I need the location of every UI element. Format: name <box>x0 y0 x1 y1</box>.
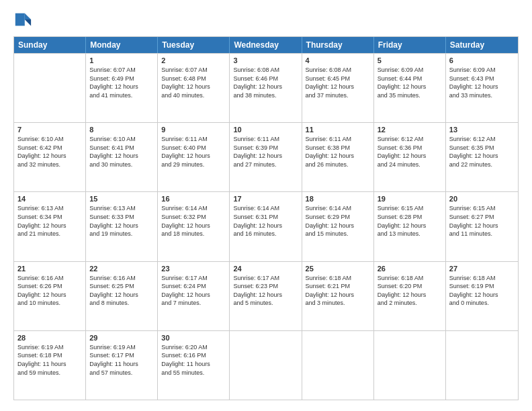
day-number: 21 <box>17 265 82 273</box>
header-day: Wednesday <box>230 37 302 53</box>
logo-icon <box>13 11 32 30</box>
day-number: 6 <box>449 56 515 64</box>
day-number: 26 <box>378 265 442 273</box>
day-number: 12 <box>378 126 442 134</box>
day-info: Sunrise: 6:09 AMSunset: 6:43 PMDaylight:… <box>449 66 515 99</box>
calendar-cell <box>14 54 86 122</box>
day-number: 5 <box>378 56 442 64</box>
day-number: 18 <box>306 195 370 203</box>
day-info: Sunrise: 6:14 AMSunset: 6:32 PMDaylight:… <box>161 204 226 238</box>
calendar-body: 1Sunrise: 6:07 AMSunset: 6:49 PMDaylight… <box>14 53 518 400</box>
day-info: Sunrise: 6:12 AMSunset: 6:36 PMDaylight:… <box>378 135 442 169</box>
day-number: 8 <box>89 126 154 134</box>
day-info: Sunrise: 6:08 AMSunset: 6:46 PMDaylight:… <box>233 66 298 99</box>
header-day: Monday <box>86 37 158 53</box>
day-info: Sunrise: 6:10 AMSunset: 6:42 PMDaylight:… <box>17 135 82 169</box>
day-info: Sunrise: 6:15 AMSunset: 6:27 PMDaylight:… <box>449 204 515 238</box>
day-info: Sunrise: 6:07 AMSunset: 6:49 PMDaylight:… <box>89 66 154 99</box>
calendar-cell: 6Sunrise: 6:09 AMSunset: 6:43 PMDaylight… <box>446 54 518 122</box>
day-info: Sunrise: 6:13 AMSunset: 6:33 PMDaylight:… <box>89 204 154 238</box>
calendar-cell: 16Sunrise: 6:14 AMSunset: 6:32 PMDayligh… <box>158 192 230 261</box>
day-number: 22 <box>89 265 154 273</box>
calendar-cell: 24Sunrise: 6:17 AMSunset: 6:23 PMDayligh… <box>230 262 302 330</box>
logo <box>13 11 35 30</box>
day-info: Sunrise: 6:16 AMSunset: 6:25 PMDaylight:… <box>89 274 154 308</box>
day-number: 9 <box>161 126 226 134</box>
week-row-4: 21Sunrise: 6:16 AMSunset: 6:26 PMDayligh… <box>14 261 518 330</box>
week-row-3: 14Sunrise: 6:13 AMSunset: 6:34 PMDayligh… <box>14 191 518 261</box>
week-row-2: 7Sunrise: 6:10 AMSunset: 6:42 PMDaylight… <box>14 122 518 191</box>
calendar: SundayMondayTuesdayWednesdayThursdayFrid… <box>13 36 519 400</box>
header-day: Saturday <box>446 37 518 53</box>
calendar-cell: 4Sunrise: 6:08 AMSunset: 6:45 PMDaylight… <box>302 54 374 122</box>
header-day: Tuesday <box>158 37 230 53</box>
calendar-cell <box>446 331 518 400</box>
day-info: Sunrise: 6:16 AMSunset: 6:26 PMDaylight:… <box>17 274 82 308</box>
day-number: 30 <box>161 334 226 342</box>
calendar-cell: 20Sunrise: 6:15 AMSunset: 6:27 PMDayligh… <box>446 192 518 261</box>
calendar-cell: 9Sunrise: 6:11 AMSunset: 6:40 PMDaylight… <box>158 123 230 191</box>
day-number: 27 <box>449 265 515 273</box>
day-info: Sunrise: 6:11 AMSunset: 6:38 PMDaylight:… <box>306 135 370 169</box>
day-number: 2 <box>161 56 226 64</box>
day-info: Sunrise: 6:10 AMSunset: 6:41 PMDaylight:… <box>89 135 154 169</box>
day-number: 11 <box>306 126 370 134</box>
day-number: 25 <box>306 265 370 273</box>
day-info: Sunrise: 6:11 AMSunset: 6:39 PMDaylight:… <box>233 135 298 169</box>
day-number: 29 <box>89 334 154 342</box>
calendar-cell: 21Sunrise: 6:16 AMSunset: 6:26 PMDayligh… <box>14 262 86 330</box>
calendar-cell: 26Sunrise: 6:18 AMSunset: 6:20 PMDayligh… <box>374 262 446 330</box>
calendar-cell: 1Sunrise: 6:07 AMSunset: 6:49 PMDaylight… <box>86 54 158 122</box>
day-number: 13 <box>449 126 515 134</box>
calendar-cell: 12Sunrise: 6:12 AMSunset: 6:36 PMDayligh… <box>374 123 446 191</box>
day-number: 20 <box>449 195 515 203</box>
calendar-cell: 14Sunrise: 6:13 AMSunset: 6:34 PMDayligh… <box>14 192 86 261</box>
day-info: Sunrise: 6:14 AMSunset: 6:31 PMDaylight:… <box>233 204 298 238</box>
svg-marker-0 <box>25 13 31 19</box>
calendar-cell: 27Sunrise: 6:18 AMSunset: 6:19 PMDayligh… <box>446 262 518 330</box>
header-day: Friday <box>374 37 446 53</box>
calendar-cell: 19Sunrise: 6:15 AMSunset: 6:28 PMDayligh… <box>374 192 446 261</box>
day-info: Sunrise: 6:18 AMSunset: 6:21 PMDaylight:… <box>306 274 370 308</box>
day-number: 4 <box>306 56 370 64</box>
day-number: 23 <box>161 265 226 273</box>
day-number: 15 <box>89 195 154 203</box>
day-info: Sunrise: 6:13 AMSunset: 6:34 PMDaylight:… <box>17 204 82 238</box>
calendar-cell: 17Sunrise: 6:14 AMSunset: 6:31 PMDayligh… <box>230 192 302 261</box>
day-info: Sunrise: 6:09 AMSunset: 6:44 PMDaylight:… <box>378 66 442 99</box>
day-number: 24 <box>233 265 298 273</box>
calendar-cell: 28Sunrise: 6:19 AMSunset: 6:18 PMDayligh… <box>14 331 86 400</box>
day-number: 17 <box>233 195 298 203</box>
calendar-cell: 7Sunrise: 6:10 AMSunset: 6:42 PMDaylight… <box>14 123 86 191</box>
day-number: 7 <box>17 126 82 134</box>
day-info: Sunrise: 6:15 AMSunset: 6:28 PMDaylight:… <box>378 204 442 238</box>
calendar-cell: 23Sunrise: 6:17 AMSunset: 6:24 PMDayligh… <box>158 262 230 330</box>
day-info: Sunrise: 6:17 AMSunset: 6:24 PMDaylight:… <box>161 274 226 308</box>
day-number: 16 <box>161 195 226 203</box>
day-number: 19 <box>378 195 442 203</box>
day-number: 10 <box>233 126 298 134</box>
day-info: Sunrise: 6:08 AMSunset: 6:45 PMDaylight:… <box>306 66 370 99</box>
calendar-cell: 3Sunrise: 6:08 AMSunset: 6:46 PMDaylight… <box>230 54 302 122</box>
calendar-cell: 15Sunrise: 6:13 AMSunset: 6:33 PMDayligh… <box>86 192 158 261</box>
calendar-cell <box>374 331 446 400</box>
day-info: Sunrise: 6:12 AMSunset: 6:35 PMDaylight:… <box>449 135 515 169</box>
day-info: Sunrise: 6:20 AMSunset: 6:16 PMDaylight:… <box>161 343 226 377</box>
day-number: 14 <box>17 195 82 203</box>
header <box>13 11 519 30</box>
day-info: Sunrise: 6:18 AMSunset: 6:19 PMDaylight:… <box>449 274 515 308</box>
svg-rect-2 <box>15 13 25 26</box>
header-day: Sunday <box>14 37 86 53</box>
day-info: Sunrise: 6:18 AMSunset: 6:20 PMDaylight:… <box>378 274 442 308</box>
week-row-1: 1Sunrise: 6:07 AMSunset: 6:49 PMDaylight… <box>14 53 518 122</box>
calendar-cell: 22Sunrise: 6:16 AMSunset: 6:25 PMDayligh… <box>86 262 158 330</box>
calendar-cell: 13Sunrise: 6:12 AMSunset: 6:35 PMDayligh… <box>446 123 518 191</box>
day-info: Sunrise: 6:17 AMSunset: 6:23 PMDaylight:… <box>233 274 298 308</box>
calendar-cell: 2Sunrise: 6:07 AMSunset: 6:48 PMDaylight… <box>158 54 230 122</box>
calendar-cell: 18Sunrise: 6:14 AMSunset: 6:29 PMDayligh… <box>302 192 374 261</box>
calendar-cell: 25Sunrise: 6:18 AMSunset: 6:21 PMDayligh… <box>302 262 374 330</box>
week-row-5: 28Sunrise: 6:19 AMSunset: 6:18 PMDayligh… <box>14 330 518 400</box>
calendar-cell <box>302 331 374 400</box>
day-info: Sunrise: 6:14 AMSunset: 6:29 PMDaylight:… <box>306 204 370 238</box>
calendar-cell: 8Sunrise: 6:10 AMSunset: 6:41 PMDaylight… <box>86 123 158 191</box>
